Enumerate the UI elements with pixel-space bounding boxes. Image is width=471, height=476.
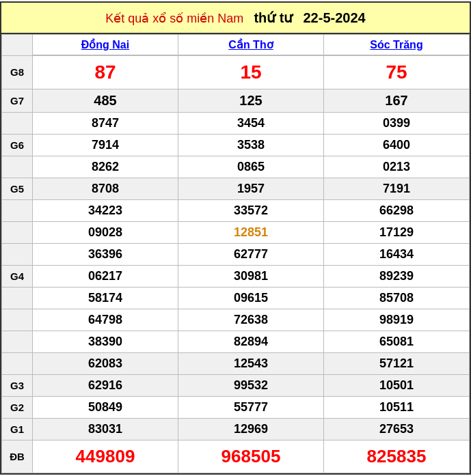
g3-1-v3: 57121 <box>324 353 470 375</box>
g7-v3: 167 <box>324 89 470 113</box>
header-day: thứ tư <box>254 10 293 25</box>
table-row: 34223 33572 66298 <box>2 200 470 222</box>
table-row: ĐB 449809 968505 825835 <box>2 440 470 473</box>
g4-label-1 <box>2 200 33 222</box>
table-row: 36396 62777 16434 <box>2 244 470 266</box>
g5-label: G5 <box>2 178 33 200</box>
g1-v1: 83031 <box>33 419 178 440</box>
table-row: 62083 12543 57121 <box>2 353 470 375</box>
g4-label-4: G4 <box>2 266 33 288</box>
g5-v1: 8708 <box>33 178 178 200</box>
g4-2-v2: 12851 <box>178 222 324 244</box>
col-dongnai: Đồng Nai <box>33 35 178 56</box>
g4-1-v3: 66298 <box>324 200 470 222</box>
g5-v3: 7191 <box>324 178 470 200</box>
table-row: G5 8708 1957 7191 <box>2 178 470 200</box>
table-row: G3 62916 99532 10501 <box>2 375 470 397</box>
db-label: ĐB <box>2 440 33 473</box>
table-row: G1 83031 12969 27653 <box>2 419 470 440</box>
g4-5-v3: 85708 <box>324 288 470 309</box>
table-row: G4 06217 30981 89239 <box>2 266 470 288</box>
g4-1-v1: 34223 <box>33 200 178 222</box>
g4-7-v3: 65081 <box>324 331 470 353</box>
g4-label-2 <box>2 222 33 244</box>
g6-1-v2: 3454 <box>178 113 324 135</box>
g4-7-v1: 38390 <box>33 331 178 353</box>
col-soctrang: Sóc Trăng <box>324 35 470 56</box>
header: Kết quả xổ số miền Nam thứ tư 22-5-2024 <box>1 3 470 34</box>
g5-v2: 1957 <box>178 178 324 200</box>
label-header <box>2 35 33 56</box>
header-text: Kết quả xổ số miền Nam thứ tư 22-5-2024 <box>105 12 365 25</box>
results-table: Đồng Nai Cần Thơ Sóc Trăng G8 87 15 75 G… <box>1 34 470 473</box>
g6-2-v1: 7914 <box>33 135 178 156</box>
g6-1-v3: 0399 <box>324 113 470 135</box>
table-row: G2 50849 55777 10511 <box>2 397 470 419</box>
g4-2-v1: 09028 <box>33 222 178 244</box>
g4-6-v1: 64798 <box>33 309 178 331</box>
g4-2-v3: 17129 <box>324 222 470 244</box>
g7-v1: 485 <box>33 89 178 113</box>
g4-5-v2: 09615 <box>178 288 324 309</box>
g4-3-v1: 36396 <box>33 244 178 266</box>
g7-v2: 125 <box>178 89 324 113</box>
g4-1-v2: 33572 <box>178 200 324 222</box>
g6-label-3 <box>2 156 33 178</box>
table-row: 38390 82894 65081 <box>2 331 470 353</box>
g6-1-v1: 8747 <box>33 113 178 135</box>
g4-3-v2: 62777 <box>178 244 324 266</box>
table-row: 58174 09615 85708 <box>2 288 470 309</box>
column-headers: Đồng Nai Cần Thơ Sóc Trăng <box>2 35 470 56</box>
g2-v1: 50849 <box>33 397 178 419</box>
table-row: 09028 12851 17129 <box>2 222 470 244</box>
table-row: 8747 3454 0399 <box>2 113 470 135</box>
g4-4-v2: 30981 <box>178 266 324 288</box>
g7-label: G7 <box>2 89 33 113</box>
g4-3-v3: 16434 <box>324 244 470 266</box>
g6-2-v3: 6400 <box>324 135 470 156</box>
g2-label: G2 <box>2 397 33 419</box>
g3-label-1 <box>2 353 33 375</box>
g6-2-v2: 3538 <box>178 135 324 156</box>
g3-2-v1: 62916 <box>33 375 178 397</box>
header-date: 22-5-2024 <box>303 10 365 25</box>
g4-6-v3: 98919 <box>324 309 470 331</box>
g8-v2: 15 <box>178 55 324 89</box>
g1-v2: 12969 <box>178 419 324 440</box>
g6-3-v3: 0213 <box>324 156 470 178</box>
g2-v2: 55777 <box>178 397 324 419</box>
table-row: G7 485 125 167 <box>2 89 470 113</box>
table-row: G8 87 15 75 <box>2 55 470 89</box>
g1-v3: 27653 <box>324 419 470 440</box>
g8-v3: 75 <box>324 55 470 89</box>
g4-label-5 <box>2 288 33 309</box>
g6-label-1 <box>2 113 33 135</box>
g8-v1: 87 <box>33 55 178 89</box>
table-row: 64798 72638 98919 <box>2 309 470 331</box>
g4-5-v1: 58174 <box>33 288 178 309</box>
g3-2-v3: 10501 <box>324 375 470 397</box>
g4-6-v2: 72638 <box>178 309 324 331</box>
table-row: 8262 0865 0213 <box>2 156 470 178</box>
db-v2: 968505 <box>178 440 324 473</box>
main-container: Kết quả xổ số miền Nam thứ tư 22-5-2024 … <box>0 1 471 475</box>
g4-label-6 <box>2 309 33 331</box>
col-cantho: Cần Thơ <box>178 35 324 56</box>
g6-label-2: G6 <box>2 135 33 156</box>
db-v3: 825835 <box>324 440 470 473</box>
table-row: G6 7914 3538 6400 <box>2 135 470 156</box>
g1-label: G1 <box>2 419 33 440</box>
header-label: Kết quả xổ số miền Nam <box>105 12 243 25</box>
g6-3-v1: 8262 <box>33 156 178 178</box>
g4-7-v2: 82894 <box>178 331 324 353</box>
g3-1-v2: 12543 <box>178 353 324 375</box>
g3-1-v1: 62083 <box>33 353 178 375</box>
g4-4-v1: 06217 <box>33 266 178 288</box>
g4-4-v3: 89239 <box>324 266 470 288</box>
g8-label: G8 <box>2 55 33 89</box>
g6-3-v2: 0865 <box>178 156 324 178</box>
db-v1: 449809 <box>33 440 178 473</box>
g3-2-v2: 99532 <box>178 375 324 397</box>
g2-v3: 10511 <box>324 397 470 419</box>
g4-label-3 <box>2 244 33 266</box>
